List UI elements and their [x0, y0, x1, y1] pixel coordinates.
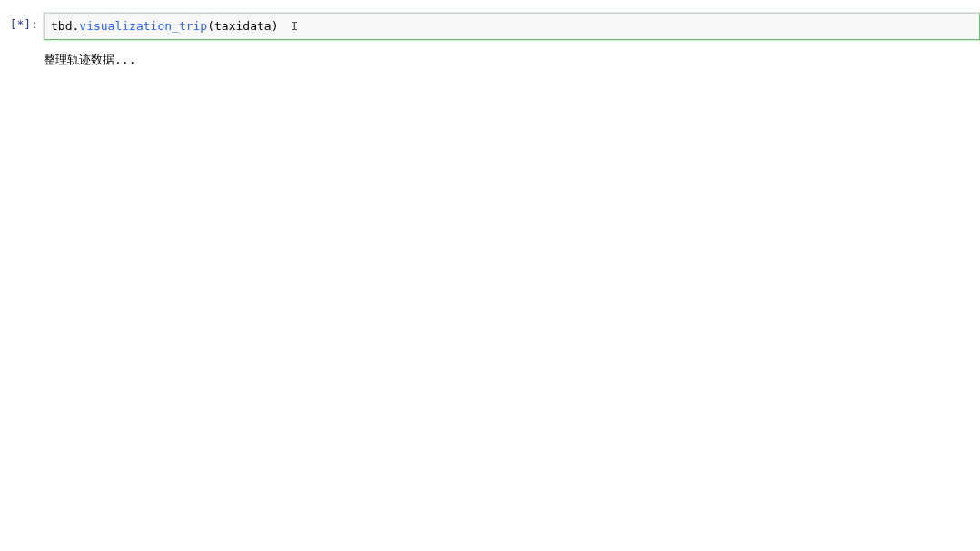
code-token-object: tbd [51, 19, 72, 33]
code-editor[interactable]: tbd.visualization_trip(taxidata)I [44, 13, 980, 40]
prompt-bracket-open: [ [10, 17, 17, 31]
output-cell: 整理轨迹数据... [0, 44, 980, 73]
code-token-open-paren: ( [207, 19, 214, 33]
input-prompt: [*]: [0, 13, 44, 40]
output-text: 整理轨迹数据... [44, 44, 980, 73]
output-prompt [0, 44, 44, 73]
prompt-bracket-close: ]: [24, 17, 38, 31]
text-cursor-icon: I [291, 18, 298, 34]
code-token-method: visualization_trip [79, 19, 207, 33]
code-token-arg: taxidata [214, 19, 272, 33]
code-token-close-paren: ) [272, 19, 279, 33]
code-cell: [*]: tbd.visualization_trip(taxidata)I [0, 13, 980, 40]
